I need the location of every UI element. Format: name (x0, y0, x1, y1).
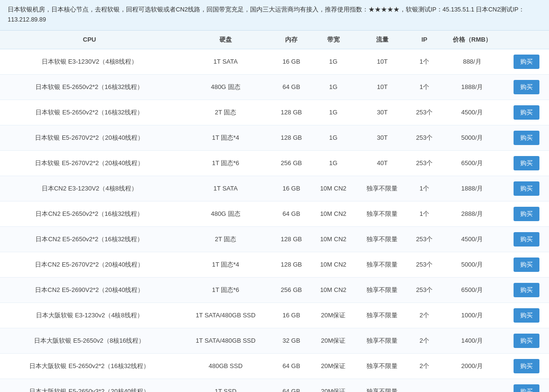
cell-ip: 1个 (409, 201, 440, 226)
cell-bandwidth: 1G (310, 49, 356, 74)
buy-button[interactable]: 购买 (514, 232, 539, 246)
cell-cpu: 日本大阪软银 E5-2650v2*2（16核32线程） (0, 353, 179, 379)
buy-button[interactable]: 购买 (514, 258, 539, 272)
table-row: 日本CN2 E5-2670V2*2（20核40线程）1T 固态*4128 GB1… (0, 252, 549, 277)
cell-ip: 253个 (409, 125, 440, 150)
buy-button[interactable]: 购买 (514, 207, 539, 221)
cell-cpu: 日本软银 E3-1230V2（4核8线程） (0, 49, 179, 74)
cell-action[interactable]: 购买 (504, 176, 549, 201)
cell-traffic: 独享不限量 (356, 252, 408, 277)
table-row: 日本软银 E5-2650v2*2（16核32线程）480G 固态64 GB1G1… (0, 74, 549, 100)
cell-action[interactable]: 购买 (504, 353, 549, 379)
cell-ip: 1个 (409, 74, 440, 100)
cell-memory: 64 GB (272, 353, 310, 379)
cell-memory: 128 GB (272, 100, 310, 125)
buy-button[interactable]: 购买 (514, 131, 539, 145)
cell-traffic: 独享不限量 (356, 328, 408, 353)
info-text: 日本软银机房，日本核心节点，去程软银，回程可选软银或者CN2线路，回国带宽充足，… (8, 6, 525, 23)
col-ip: IP (409, 31, 440, 49)
cell-action[interactable]: 购买 (504, 150, 549, 176)
info-bar: 日本软银机房，日本核心节点，去程软银，回程可选软银或者CN2线路，回国带宽充足，… (0, 0, 549, 31)
cell-memory: 64 GB (272, 74, 310, 100)
cell-disk: 2T 固态 (179, 100, 273, 125)
cell-cpu: 日本CN2 E3-1230V2（4核8线程） (0, 176, 179, 201)
table-header-row: CPU 硬盘 内存 带宽 流量 IP 价格（RMB） (0, 31, 549, 49)
cell-bandwidth: 1G (310, 100, 356, 125)
cell-bandwidth: 20M保证 (310, 353, 356, 379)
cell-bandwidth: 1G (310, 125, 356, 150)
buy-button[interactable]: 购买 (514, 105, 539, 120)
cell-action[interactable]: 购买 (504, 226, 549, 252)
cell-traffic: 独享不限量 (356, 379, 408, 392)
cell-price: 4500/月 (440, 226, 504, 252)
cell-cpu: 日本CN2 E5-2650v2*2（16核32线程） (0, 226, 179, 252)
col-traffic: 流量 (356, 31, 408, 49)
cell-memory: 128 GB (272, 125, 310, 150)
buy-button[interactable]: 购买 (514, 384, 539, 392)
cell-action[interactable]: 购买 (504, 74, 549, 100)
table-row: 日本大阪软银 E5-2650v2（8核16线程）1T SATA/480GB SS… (0, 328, 549, 353)
cell-bandwidth: 1G (310, 74, 356, 100)
cell-bandwidth: 10M CN2 (310, 201, 356, 226)
cell-price: 1400/月 (440, 328, 504, 353)
cell-memory: 16 GB (272, 302, 310, 328)
cell-ip (409, 379, 440, 392)
cell-price: 2000/月 (440, 353, 504, 379)
buy-button[interactable]: 购买 (514, 55, 539, 69)
cell-action[interactable]: 购买 (504, 277, 549, 302)
table-row: 日本CN2 E5-2690V2*2（20核40线程）1T 固态*6256 GB1… (0, 277, 549, 302)
cell-cpu: 日本软银 E5-2650v2*2（16核32线程） (0, 74, 179, 100)
table-row: 日本软银 E5-2670V2*2（20核40线程）1T 固态*4128 GB1G… (0, 125, 549, 150)
cell-memory: 256 GB (272, 150, 310, 176)
buy-button[interactable]: 购买 (514, 359, 539, 373)
buy-button[interactable]: 购买 (514, 156, 539, 170)
cell-action[interactable]: 购买 (504, 49, 549, 74)
buy-button[interactable]: 购买 (514, 80, 539, 94)
cell-price: 6500/月 (440, 277, 504, 302)
cell-price: 5000/月 (440, 252, 504, 277)
table-row: 日本大阪软银 E3-1230v2（4核8线程）1T SATA/480GB SSD… (0, 302, 549, 328)
cell-action[interactable]: 购买 (504, 125, 549, 150)
table-row: 日本软银 E5-2670V2*2（20核40线程）1T 固态*6256 GB1G… (0, 150, 549, 176)
cell-bandwidth: 20M保证 (310, 328, 356, 353)
cell-action[interactable]: 购买 (504, 100, 549, 125)
cell-action[interactable]: 购买 (504, 328, 549, 353)
cell-ip: 253个 (409, 252, 440, 277)
cell-price: 2888/月 (440, 201, 504, 226)
cell-disk: 1T 固态*6 (179, 277, 273, 302)
cell-ip: 2个 (409, 328, 440, 353)
table-row: 日本CN2 E5-2650v2*2（16核32线程）480G 固态64 GB10… (0, 201, 549, 226)
table-row: 日本大阪软银 E5-2650v3*2（20核40线程）1T SSD64 GB20… (0, 379, 549, 392)
table-row: 日本软银 E3-1230V2（4核8线程）1T SATA16 GB1G10T1个… (0, 49, 549, 74)
cell-disk: 1T SATA (179, 49, 273, 74)
cell-price (440, 379, 504, 392)
col-bandwidth: 带宽 (310, 31, 356, 49)
cell-memory: 64 GB (272, 201, 310, 226)
cell-action[interactable]: 购买 (504, 379, 549, 392)
cell-ip: 253个 (409, 100, 440, 125)
col-price: 价格（RMB） (440, 31, 504, 49)
cell-price: 5000/月 (440, 125, 504, 150)
buy-button[interactable]: 购买 (514, 334, 539, 348)
cell-memory: 64 GB (272, 379, 310, 392)
cell-disk: 1T SATA/480GB SSD (179, 328, 273, 353)
cell-traffic: 独享不限量 (356, 201, 408, 226)
cell-action[interactable]: 购买 (504, 201, 549, 226)
cell-price: 1888/月 (440, 176, 504, 201)
col-disk: 硬盘 (179, 31, 273, 49)
cell-cpu: 日本CN2 E5-2690V2*2（20核40线程） (0, 277, 179, 302)
buy-button[interactable]: 购买 (514, 181, 539, 196)
buy-button[interactable]: 购买 (514, 308, 539, 323)
cell-memory: 256 GB (272, 277, 310, 302)
cell-action[interactable]: 购买 (504, 252, 549, 277)
cell-bandwidth: 10M CN2 (310, 277, 356, 302)
cell-ip: 253个 (409, 150, 440, 176)
buy-button[interactable]: 购买 (514, 283, 539, 297)
cell-cpu: 日本CN2 E5-2650v2*2（16核32线程） (0, 201, 179, 226)
cell-disk: 1T SATA (179, 176, 273, 201)
cell-cpu: 日本CN2 E5-2670V2*2（20核40线程） (0, 252, 179, 277)
cell-price: 6500/月 (440, 150, 504, 176)
cell-cpu: 日本大阪软银 E5-2650v2（8核16线程） (0, 328, 179, 353)
server-table: CPU 硬盘 内存 带宽 流量 IP 价格（RMB） 日本软银 E3-1230V… (0, 31, 549, 392)
cell-action[interactable]: 购买 (504, 302, 549, 328)
